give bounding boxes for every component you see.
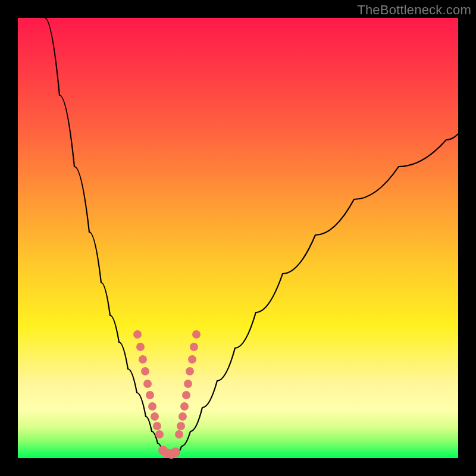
marker-dot [146,391,154,399]
marker-dot [175,430,183,439]
watermark-text: TheBottleneck.com [357,2,471,18]
marker-dot [178,412,187,421]
marker-dot [186,367,194,375]
marker-dot [133,330,142,339]
curve-right-branch [176,134,458,455]
markers-bottom-cluster [158,446,180,459]
bottleneck-curve-svg [18,18,458,458]
curve-left-branch [45,18,167,455]
marker-dot [155,430,164,439]
marker-dot [153,422,161,430]
marker-dot [184,380,192,388]
marker-dot [192,330,201,339]
marker-dot [139,355,147,364]
marker-dot [190,343,198,351]
marker-dot [141,367,149,375]
marker-dot [180,402,189,411]
marker-dot [148,402,156,411]
marker-dot [177,422,185,430]
marker-dot [143,380,152,388]
marker-dot [136,343,145,351]
marker-dot [188,355,196,364]
markers-left-group [133,330,164,439]
marker-dot [151,412,159,421]
chart-frame [18,18,458,458]
marker-dot [182,391,190,399]
markers-right-group [175,330,201,439]
marker-dot [171,447,180,457]
